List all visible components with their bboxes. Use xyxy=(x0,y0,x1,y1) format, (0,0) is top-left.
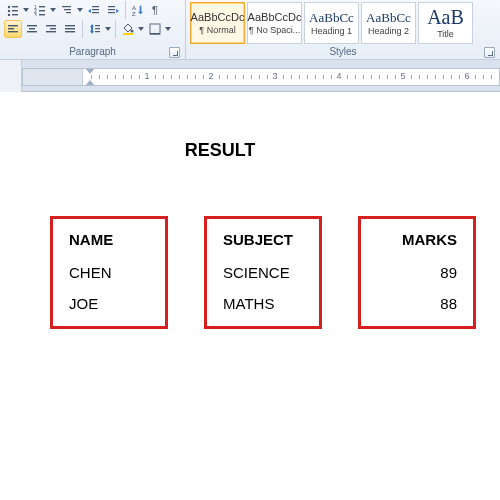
ruler-area: 123456 xyxy=(0,60,500,92)
svg-rect-5 xyxy=(12,14,18,15)
column-subject: SUBJECTSCIENCEMATHS xyxy=(204,216,322,329)
svg-rect-41 xyxy=(91,27,93,31)
svg-rect-47 xyxy=(150,24,160,34)
svg-rect-14 xyxy=(66,12,71,13)
svg-rect-44 xyxy=(95,31,100,32)
svg-marker-25 xyxy=(138,6,143,15)
horizontal-ruler[interactable]: 123456 xyxy=(22,68,500,86)
svg-rect-11 xyxy=(39,14,45,15)
svg-rect-9 xyxy=(39,10,45,11)
style-nospaci[interactable]: AaBbCcDc¶ No Spaci... xyxy=(247,2,302,44)
svg-rect-19 xyxy=(108,6,115,7)
first-line-indent-marker[interactable] xyxy=(85,68,95,74)
doc-title: RESULT xyxy=(0,140,500,161)
svg-rect-37 xyxy=(65,28,75,29)
svg-rect-42 xyxy=(95,25,100,26)
svg-point-2 xyxy=(8,10,10,12)
column-name: NAMECHENJOE xyxy=(50,216,168,329)
svg-rect-28 xyxy=(8,28,14,29)
borders-button[interactable] xyxy=(146,20,172,38)
svg-rect-31 xyxy=(29,28,35,29)
svg-rect-49 xyxy=(150,33,160,35)
paragraph-group: 123 AZ ¶ xyxy=(0,0,186,59)
align-left-button[interactable] xyxy=(4,20,22,38)
multilevel-list-button[interactable] xyxy=(58,1,84,19)
svg-marker-22 xyxy=(116,9,119,13)
svg-rect-1 xyxy=(12,6,18,7)
svg-rect-7 xyxy=(39,6,45,7)
hanging-indent-marker[interactable] xyxy=(85,80,95,86)
svg-rect-30 xyxy=(27,25,37,26)
columns-container: NAMECHENJOESUBJECTSCIENCEMATHSMARKS8988 xyxy=(0,216,500,329)
svg-rect-33 xyxy=(46,25,56,26)
style-normal[interactable]: AaBbCcDc¶ Normal xyxy=(190,2,245,44)
svg-rect-38 xyxy=(65,31,75,32)
column-marks: MARKS8988 xyxy=(358,216,476,329)
svg-marker-40 xyxy=(90,31,94,34)
styles-group: AaBbCcDc¶ NormalAaBbCcDc¶ No Spaci...AaB… xyxy=(186,0,500,59)
svg-rect-34 xyxy=(50,28,56,29)
styles-dialog-launcher[interactable] xyxy=(484,47,495,58)
svg-rect-20 xyxy=(108,9,115,10)
svg-text:Z: Z xyxy=(132,11,136,16)
bullets-button[interactable] xyxy=(4,1,30,19)
numbering-button[interactable]: 123 xyxy=(31,1,57,19)
svg-rect-32 xyxy=(27,31,37,32)
ruler-corner xyxy=(0,60,22,92)
svg-rect-36 xyxy=(65,25,75,26)
svg-rect-46 xyxy=(123,33,133,35)
svg-rect-48 xyxy=(150,24,160,34)
styles-gallery[interactable]: AaBbCcDc¶ NormalAaBbCcDc¶ No Spaci...AaB… xyxy=(190,1,475,44)
align-right-button[interactable] xyxy=(42,20,60,38)
paragraph-group-label: Paragraph xyxy=(4,45,181,59)
style-heading1[interactable]: AaBbCcHeading 1 xyxy=(304,2,359,44)
style-heading2[interactable]: AaBbCcHeading 2 xyxy=(361,2,416,44)
svg-rect-43 xyxy=(95,28,100,29)
justify-button[interactable] xyxy=(61,20,79,38)
svg-rect-16 xyxy=(92,9,99,10)
ribbon: 123 AZ ¶ xyxy=(0,0,500,60)
svg-rect-29 xyxy=(8,31,18,32)
svg-rect-17 xyxy=(92,12,99,13)
svg-point-4 xyxy=(8,14,10,16)
show-paragraph-marks-button[interactable]: ¶ xyxy=(148,1,166,19)
svg-rect-15 xyxy=(92,6,99,7)
decrease-indent-button[interactable] xyxy=(85,1,103,19)
align-center-button[interactable] xyxy=(23,20,41,38)
svg-rect-12 xyxy=(62,6,71,7)
svg-marker-18 xyxy=(88,9,91,13)
styles-group-label: Styles xyxy=(190,45,496,59)
increase-indent-button[interactable] xyxy=(104,1,122,19)
svg-text:¶: ¶ xyxy=(152,4,158,16)
page: RESULT NAMECHENJOESUBJECTSCIENCEMATHSMAR… xyxy=(0,100,500,329)
svg-text:3: 3 xyxy=(34,12,37,16)
line-spacing-button[interactable] xyxy=(86,20,112,38)
svg-rect-13 xyxy=(64,9,71,10)
style-title[interactable]: AaBTitle xyxy=(418,2,473,44)
svg-point-0 xyxy=(8,6,10,8)
svg-rect-21 xyxy=(108,12,115,13)
document-area[interactable]: RESULT NAMECHENJOESUBJECTSCIENCEMATHSMAR… xyxy=(0,92,500,329)
sort-button[interactable]: AZ xyxy=(129,1,147,19)
paragraph-dialog-launcher[interactable] xyxy=(169,47,180,58)
svg-point-45 xyxy=(131,30,134,33)
svg-marker-39 xyxy=(90,24,94,27)
svg-rect-27 xyxy=(8,25,18,26)
svg-rect-35 xyxy=(46,31,56,32)
svg-rect-3 xyxy=(12,10,18,11)
shading-button[interactable] xyxy=(119,20,145,38)
